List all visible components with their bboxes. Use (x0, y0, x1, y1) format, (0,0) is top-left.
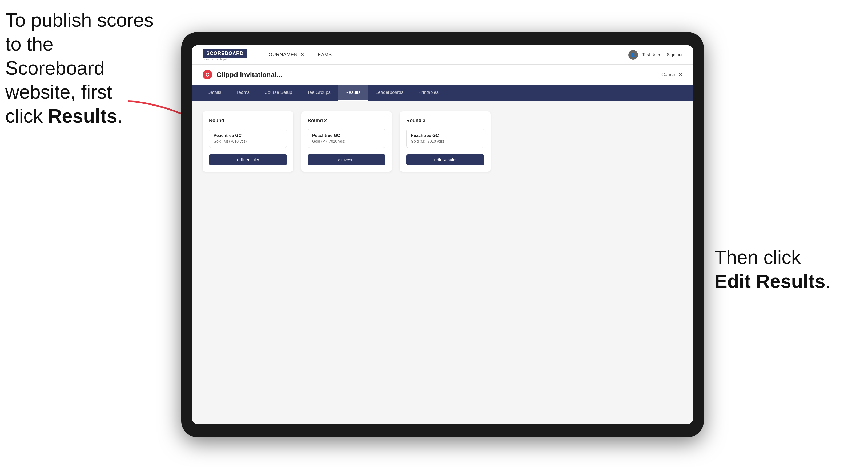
tab-course-setup[interactable]: Course Setup (257, 85, 300, 101)
round-1-course-card: Peachtree GC Gold (M) (7010 yds) (209, 129, 287, 148)
tablet-screen: SCOREBOARD Powered by clippd TOURNAMENTS… (192, 45, 693, 424)
tab-navigation: Details Teams Course Setup Tee Groups Re… (192, 85, 693, 101)
tournament-title-area: C Clippd Invitational... (203, 70, 282, 80)
round-2-edit-results-button[interactable]: Edit Results (308, 154, 385, 165)
user-icon: 👤 (628, 50, 638, 60)
logo-area: SCOREBOARD Powered by clippd (203, 49, 247, 61)
round-3-course-name: Peachtree GC (411, 133, 479, 138)
nav-teams[interactable]: TEAMS (315, 52, 332, 58)
round-3-card: Round 3 Peachtree GC Gold (M) (7010 yds)… (400, 112, 491, 172)
nav-tournaments[interactable]: TOURNAMENTS (266, 52, 304, 58)
round-1-course-details: Gold (M) (7010 yds) (214, 139, 282, 144)
tab-details[interactable]: Details (200, 85, 229, 101)
tab-leaderboards[interactable]: Leaderboards (368, 85, 411, 101)
round-3-course-card: Peachtree GC Gold (M) (7010 yds) (406, 129, 484, 148)
tablet-frame: SCOREBOARD Powered by clippd TOURNAMENTS… (181, 32, 704, 437)
main-content: Round 1 Peachtree GC Gold (M) (7010 yds)… (192, 101, 693, 424)
nav-user-label: Test User | (642, 53, 662, 57)
round-3-edit-results-button[interactable]: Edit Results (406, 154, 484, 165)
round-2-title: Round 2 (308, 118, 385, 123)
tab-printables[interactable]: Printables (411, 85, 446, 101)
nav-links: TOURNAMENTS TEAMS (266, 52, 616, 58)
round-2-course-card: Peachtree GC Gold (M) (7010 yds) (308, 129, 385, 148)
logo-sub: Powered by clippd (203, 58, 226, 61)
scoreboard-logo: SCOREBOARD (203, 49, 247, 58)
round-2-card: Round 2 Peachtree GC Gold (M) (7010 yds)… (301, 112, 392, 172)
instruction-left: To publish scores to the Scoreboard webs… (5, 8, 155, 128)
round-3-course-details: Gold (M) (7010 yds) (411, 139, 479, 144)
round-1-title: Round 1 (209, 118, 287, 123)
tournament-name: Clippd Invitational... (216, 71, 282, 79)
instruction-right: Then click Edit Results. (714, 245, 831, 293)
tournament-header: C Clippd Invitational... Cancel ✕ (192, 64, 693, 85)
top-nav: SCOREBOARD Powered by clippd TOURNAMENTS… (192, 45, 693, 64)
round-2-course-details: Gold (M) (7010 yds) (312, 139, 381, 144)
rounds-grid: Round 1 Peachtree GC Gold (M) (7010 yds)… (203, 112, 682, 172)
tab-teams[interactable]: Teams (229, 85, 257, 101)
round-1-edit-results-button[interactable]: Edit Results (209, 154, 287, 165)
tab-results[interactable]: Results (338, 85, 368, 101)
nav-right: 👤 Test User | Sign out (628, 50, 682, 60)
sign-out-link[interactable]: Sign out (667, 53, 682, 57)
tournament-logo: C (203, 70, 212, 80)
round-3-title: Round 3 (406, 118, 484, 123)
cancel-button[interactable]: Cancel ✕ (661, 72, 682, 77)
round-1-card: Round 1 Peachtree GC Gold (M) (7010 yds)… (203, 112, 293, 172)
round-1-course-name: Peachtree GC (214, 133, 282, 138)
tab-tee-groups[interactable]: Tee Groups (300, 85, 338, 101)
round-2-course-name: Peachtree GC (312, 133, 381, 138)
